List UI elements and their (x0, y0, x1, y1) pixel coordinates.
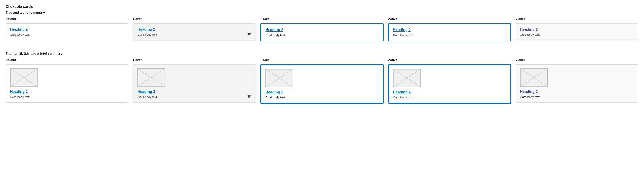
card-visited-2[interactable]: Heading 2 Card body text (516, 64, 638, 103)
card-hover-2[interactable]: Heading 2 Card body text ☛ (133, 64, 256, 103)
state-label-hover-2: Hover (133, 58, 256, 62)
thumbnail-focus-2 (265, 69, 293, 87)
card-focus-2[interactable]: Heading 2 Card body text (260, 64, 383, 104)
card-heading-active-2[interactable]: Heading 2 (393, 90, 411, 94)
card-visited-1[interactable]: Heading 2 Card body text (516, 23, 638, 40)
card-hover-1[interactable]: Heading 2 Card body text ☛ (133, 23, 256, 40)
state-label-hover-1: Hover (133, 17, 256, 21)
thumbnail-active-2 (393, 69, 421, 87)
card-heading-focus-2[interactable]: Heading 2 (265, 90, 283, 94)
card-group-active-1: Active Heading 2 Card body text (388, 17, 511, 41)
card-group-hover-2: Hover Heading 2 Card body text ☛ (133, 58, 256, 103)
card-body-default-2: Card body text (10, 95, 124, 99)
state-label-visited-2: Visited (516, 58, 638, 62)
section-thumbnail-title-summary: Thumbnail, title and a brief summary Def… (6, 52, 638, 104)
card-body-hover-1: Card body text (138, 33, 252, 36)
cards-row-1: Default Heading 2 Card body text Hover H… (6, 17, 638, 41)
thumbnail-default-2 (10, 68, 38, 87)
card-body-active-2: Card body text (393, 96, 506, 99)
card-heading-hover-1[interactable]: Heading 2 (138, 27, 155, 31)
card-default-1[interactable]: Heading 2 Card body text (6, 23, 128, 40)
card-group-visited-1: Visited Heading 2 Card body text (516, 17, 638, 40)
cards-row-2: Default Heading 2 Card body text Hover (6, 58, 638, 104)
state-label-default-1: Default (6, 17, 128, 21)
card-group-active-2: Active Heading 2 Card body text (388, 58, 511, 104)
card-body-focus-2: Card body text (265, 96, 378, 99)
card-heading-default-2[interactable]: Heading 2 (10, 90, 28, 94)
card-group-visited-2: Visited Heading 2 Card body text (516, 58, 638, 103)
card-group-default-2: Default Heading 2 Card body text (6, 58, 128, 103)
card-heading-focus-1[interactable]: Heading 2 (265, 28, 283, 32)
card-heading-visited-2[interactable]: Heading 2 (520, 90, 538, 94)
section1-label: Title and a brief summary (6, 11, 638, 14)
thumbnail-visited-2 (520, 68, 548, 87)
card-heading-visited-1[interactable]: Heading 2 (520, 27, 538, 31)
card-heading-hover-2[interactable]: Heading 2 (138, 90, 155, 94)
card-active-1[interactable]: Heading 2 Card body text (388, 23, 511, 41)
state-label-active-2: Active (388, 58, 511, 62)
state-label-active-1: Active (388, 17, 511, 21)
section-divider (6, 48, 638, 48)
card-group-default-1: Default Heading 2 Card body text (6, 17, 128, 40)
card-focus-1[interactable]: Heading 2 Card body text (260, 23, 383, 41)
state-label-visited-1: Visited (516, 17, 638, 21)
state-label-default-2: Default (6, 58, 128, 62)
card-heading-default-1[interactable]: Heading 2 (10, 27, 28, 31)
card-group-hover-1: Hover Heading 2 Card body text ☛ (133, 17, 256, 40)
card-body-visited-1: Card body text (520, 33, 634, 36)
state-label-focus-1: Focus (260, 17, 383, 21)
section-title-and-summary: Title and a brief summary Default Headin… (6, 11, 638, 41)
card-active-2[interactable]: Heading 2 Card body text (388, 64, 511, 104)
card-body-focus-1: Card body text (265, 33, 378, 37)
card-group-focus-1: Focus Heading 2 Card body text (260, 17, 383, 41)
card-body-hover-2: Card body text (138, 95, 252, 99)
card-body-visited-2: Card body text (520, 95, 634, 99)
state-label-focus-2: Focus (260, 58, 383, 62)
page-title: Clickable cards (6, 5, 638, 9)
thumbnail-hover-2 (138, 68, 165, 87)
section2-label: Thumbnail, title and a brief summary (6, 52, 638, 55)
card-default-2[interactable]: Heading 2 Card body text (6, 64, 128, 103)
card-body-default-1: Card body text (10, 33, 124, 36)
card-heading-active-1[interactable]: Heading 2 (393, 28, 411, 32)
card-body-active-1: Card body text (393, 33, 506, 37)
card-group-focus-2: Focus Heading 2 Card body text (260, 58, 383, 104)
